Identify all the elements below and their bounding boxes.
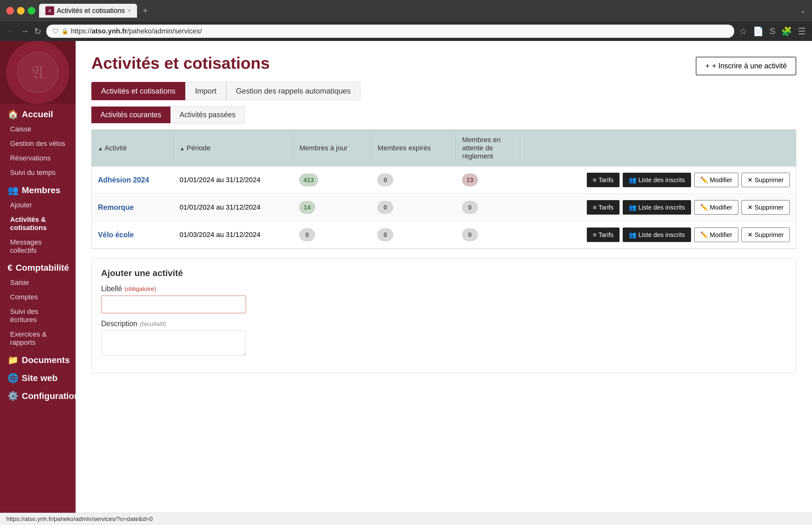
- row2-actions: ≡ Tarifs 👥 Liste des inscrits ✏️ Modifie…: [520, 194, 796, 221]
- col-activite-label: Activité: [105, 144, 127, 152]
- bookmark-icon[interactable]: ☆: [739, 26, 747, 36]
- row1-action-buttons: ≡ Tarifs 👥 Liste des inscrits ✏️ Modifie…: [527, 173, 790, 187]
- sidebar-item-configuration[interactable]: ⚙️ Configuration: [0, 386, 76, 404]
- sidebar-item-activites-cotisations[interactable]: Activités & cotisations: [0, 212, 76, 235]
- velo-ecole-link[interactable]: Vélo école: [98, 231, 134, 239]
- tab-activites-cotisations[interactable]: Activités et cotisations: [91, 82, 185, 100]
- close-button[interactable]: [6, 7, 14, 15]
- col-activite[interactable]: ▲ Activité: [92, 130, 173, 166]
- description-label: Description (facultatif): [101, 319, 786, 328]
- add-activity-title: Ajouter une activité: [101, 268, 786, 278]
- page-title: Activités et cotisations: [91, 54, 796, 73]
- reload-button[interactable]: ↻: [34, 26, 41, 36]
- liste-inscrits-button-1[interactable]: 👥 Liste des inscrits: [623, 173, 691, 187]
- sort-up-icon-2: ▲: [180, 146, 185, 151]
- status-url: https://atso.ynh.fr/paheko/admin/service…: [6, 515, 153, 522]
- badge-membres-expires-2: 0: [377, 201, 393, 214]
- traffic-lights: [6, 7, 35, 15]
- remorque-link[interactable]: Remorque: [98, 203, 134, 211]
- sidebar-item-saisie[interactable]: Saisie: [0, 275, 76, 290]
- sidebar-item-documents[interactable]: 📁 Documents: [0, 350, 76, 368]
- sidebar-item-exercices-rapports[interactable]: Exercices & rapports: [0, 327, 76, 350]
- list-icon-2: ≡: [593, 204, 597, 211]
- sidebar-item-accueil[interactable]: 🏠 Accueil: [0, 104, 76, 122]
- sidebar-item-messages-collectifs[interactable]: Messages collectifs: [0, 235, 76, 258]
- col-periode[interactable]: ▲ Période: [173, 130, 293, 166]
- toolbar-icons: ☆ 📄 S 🧩 ☰: [739, 26, 806, 36]
- sync-icon[interactable]: S: [769, 26, 776, 36]
- logo-bg: 𝔄: [6, 41, 69, 104]
- row1-membres-expires: 0: [371, 166, 456, 194]
- col-membres-attente-label: Membres en attente de règlement: [462, 136, 501, 160]
- people-icon-2: 👥: [629, 204, 637, 211]
- activities-table-wrapper: ▲ Activité ▲ Période Membres à jour Memb…: [91, 130, 796, 249]
- maximize-button[interactable]: [28, 7, 35, 15]
- badge-membres-jour-2: 14: [299, 201, 315, 214]
- forward-button[interactable]: →: [20, 26, 29, 36]
- sidebar-item-ajouter[interactable]: Ajouter: [0, 198, 76, 212]
- sidebar-item-comptes[interactable]: Comptes: [0, 290, 76, 304]
- liste-inscrits-button-3[interactable]: 👥 Liste des inscrits: [623, 227, 691, 242]
- membres-label: Membres: [22, 185, 60, 195]
- sidebar-item-site-web[interactable]: 🌐 Site web: [0, 368, 76, 386]
- tab-import[interactable]: Import: [185, 82, 226, 100]
- tab-passees-label: Activités passées: [180, 110, 235, 119]
- tab-activites-passees[interactable]: Activités passées: [170, 106, 245, 123]
- lock-icon: 🔒: [61, 28, 68, 35]
- new-tab-button[interactable]: +: [143, 6, 148, 16]
- url-text[interactable]: https://atso.ynh.fr/paheko/admin/service…: [71, 27, 728, 35]
- sidebar-item-suivi-temps[interactable]: Suivi du temps: [0, 165, 76, 180]
- browser-toolbar: ← → ↻ 🛡 🔒 https://atso.ynh.fr/paheko/adm…: [0, 21, 812, 41]
- inscrire-activite-button[interactable]: + + Inscrire à une activité: [696, 57, 796, 75]
- active-tab[interactable]: A Activités et cotisations ×: [39, 4, 137, 18]
- tarifs-button-3[interactable]: ≡ Tarifs: [587, 227, 619, 242]
- description-optional: (facultatif): [140, 320, 166, 327]
- supprimer-button-3[interactable]: ✕ Supprimer: [741, 227, 790, 242]
- tab-gestion-rappels[interactable]: Gestion des rappels automatiques: [226, 82, 360, 100]
- row2-action-buttons: ≡ Tarifs 👥 Liste des inscrits ✏️ Modifie…: [527, 200, 790, 214]
- badge-membres-jour-3: 0: [299, 228, 315, 241]
- adhesion-2024-link[interactable]: Adhésion 2024: [98, 176, 149, 184]
- tab-activites-courantes[interactable]: Activités courantes: [91, 106, 170, 123]
- extensions-icon[interactable]: 🧩: [781, 26, 792, 36]
- table-row: Adhésion 2024 01/01/2024 au 31/12/2024 4…: [92, 166, 796, 194]
- cross-icon-3: ✕: [748, 231, 753, 239]
- exercices-rapports-label: Exercices & rapports: [10, 330, 47, 346]
- reservations-label: Réservations: [10, 154, 50, 162]
- back-button[interactable]: ←: [6, 26, 15, 36]
- tab-gestion-rappels-label: Gestion des rappels automatiques: [236, 87, 351, 95]
- sidebar-item-comptabilite[interactable]: € Comptabilité: [0, 258, 76, 275]
- tarifs-button-2[interactable]: ≡ Tarifs: [587, 200, 619, 214]
- sidebar-item-suivi-ecritures[interactable]: Suivi des écritures: [0, 304, 76, 327]
- sidebar-item-reservations[interactable]: Réservations: [0, 151, 76, 165]
- tab-title: Activités et cotisations: [57, 6, 125, 15]
- reader-icon[interactable]: 📄: [753, 26, 764, 36]
- address-bar[interactable]: 🛡 🔒 https://atso.ynh.fr/paheko/admin/ser…: [46, 25, 734, 38]
- sidebar-accueil-label: Accueil: [22, 109, 53, 119]
- suivi-ecritures-label: Suivi des écritures: [10, 308, 38, 324]
- supprimer-button-1[interactable]: ✕ Supprimer: [741, 173, 790, 187]
- tab-import-label: Import: [195, 87, 216, 95]
- badge-membres-jour-1: 413: [299, 174, 318, 186]
- supprimer-button-2[interactable]: ✕ Supprimer: [741, 200, 790, 214]
- modifier-button-3[interactable]: ✏️ Modifier: [694, 227, 738, 242]
- list-icon-3: ≡: [593, 231, 597, 239]
- tab-dropdown-icon[interactable]: ⌄: [800, 6, 806, 15]
- row3-action-buttons: ≡ Tarifs 👥 Liste des inscrits ✏️ Modifie…: [527, 227, 790, 242]
- tab-close-icon[interactable]: ×: [127, 7, 131, 14]
- sidebar-item-membres[interactable]: 👥 Membres: [0, 180, 76, 198]
- minimize-button[interactable]: [17, 7, 25, 15]
- configuration-label: Configuration: [22, 391, 76, 401]
- sidebar-logo: 𝔄: [0, 41, 76, 104]
- description-input[interactable]: [101, 331, 246, 356]
- menu-icon[interactable]: ☰: [798, 26, 806, 36]
- modifier-button-1[interactable]: ✏️ Modifier: [694, 173, 738, 187]
- sidebar-item-gestion-velos[interactable]: Gestion des vélos: [0, 136, 76, 151]
- tarifs-button-1[interactable]: ≡ Tarifs: [587, 173, 619, 187]
- liste-inscrits-button-2[interactable]: 👥 Liste des inscrits: [623, 200, 691, 214]
- main-layout: 𝔄 🏠 Accueil Caisse Gestion des vélos Rés…: [0, 41, 812, 525]
- modifier-button-2[interactable]: ✏️ Modifier: [694, 200, 738, 214]
- sidebar-item-caisse[interactable]: Caisse: [0, 122, 76, 136]
- row3-activite: Vélo école: [92, 221, 173, 249]
- libelle-input[interactable]: [101, 296, 246, 313]
